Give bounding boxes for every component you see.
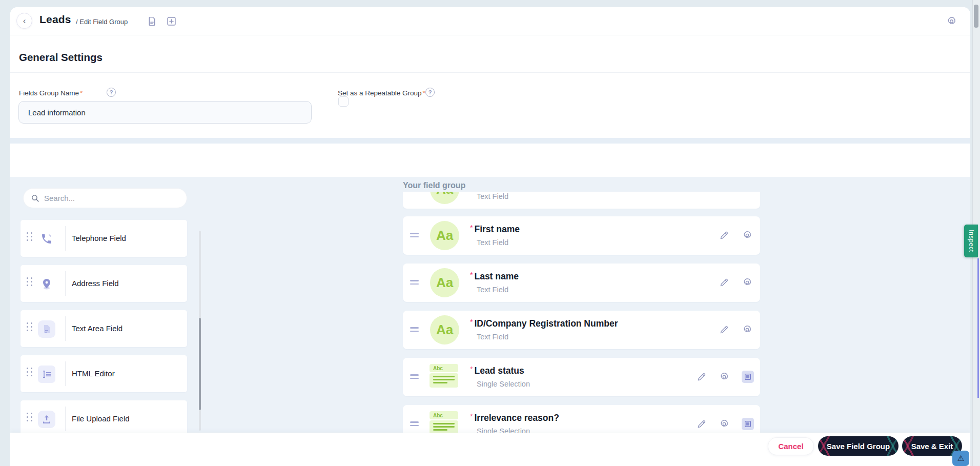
settings-gear-icon[interactable] [719, 419, 729, 429]
repeatable-group-label: Set as a Repeatable Group* [338, 89, 425, 97]
palette-item-label: HTML Editor [72, 369, 115, 378]
divider [65, 407, 66, 431]
text-field-badge: Aa [430, 315, 459, 345]
fields-group-name-input[interactable] [18, 101, 312, 124]
palette-item-file-upload[interactable]: File Upload Field [21, 400, 187, 437]
general-settings-heading: General Settings [19, 51, 103, 64]
inspect-panel-edge [977, 258, 979, 398]
divider [10, 72, 970, 73]
palette-item-address[interactable]: Address Field [21, 265, 187, 302]
header: ‹ Leads / Edit Field Group [10, 7, 970, 35]
accessibility-warning-button[interactable]: ⚠ [952, 451, 969, 466]
document-icon[interactable] [147, 16, 157, 27]
drag-handle-icon[interactable] [27, 232, 32, 241]
single-selection-badge: Abc [430, 364, 458, 391]
field-title: ID/Company Registration Number [474, 318, 618, 329]
text-field-badge: Aa [430, 192, 459, 204]
field-title: First name [474, 224, 520, 234]
edit-pencil-icon[interactable] [697, 419, 707, 429]
settings-gear-icon[interactable] [742, 230, 752, 240]
field-title: Lead status [474, 366, 524, 376]
save-field-group-button[interactable]: Save Field Group [818, 436, 899, 456]
location-pin-icon [37, 274, 56, 294]
required-marker: * [470, 318, 473, 326]
drag-handle-icon[interactable] [27, 322, 32, 331]
field-title: Irrelevance reason? [474, 413, 559, 423]
field-search [23, 188, 187, 208]
options-list-icon[interactable] [742, 418, 754, 430]
telephone-icon [37, 229, 56, 249]
required-marker: * [470, 224, 473, 232]
drag-handle-icon[interactable] [410, 374, 419, 381]
edit-pencil-icon[interactable] [697, 372, 707, 382]
palette-scrollbar-thumb[interactable] [199, 318, 201, 410]
palette-item-textarea[interactable]: Text Area Field [21, 310, 187, 347]
search-icon [31, 194, 39, 202]
footer-bar: Cancel Save Field Group Save & Exit ⚠ [10, 433, 970, 466]
fields-section-bar: Fields [10, 144, 970, 177]
warning-icon: ⚠ [957, 454, 964, 463]
group-rows: Aa Text Field Aa *First name Text Field [403, 192, 760, 433]
fields-group-name-label: Fields Group Name* [19, 89, 83, 97]
text-field-badge: Aa [430, 221, 459, 250]
drag-handle-icon[interactable] [27, 277, 32, 286]
edit-pencil-icon[interactable] [719, 277, 729, 288]
drag-handle-icon[interactable] [27, 368, 32, 376]
divider [65, 271, 66, 296]
file-upload-icon [37, 410, 56, 429]
page-scrollbar-thumb[interactable] [974, 5, 978, 28]
back-button[interactable]: ‹ [16, 13, 32, 29]
required-marker: * [470, 412, 473, 420]
field-type: Single Selection [477, 427, 530, 433]
drag-handle-icon[interactable] [410, 233, 419, 239]
chevron-left-icon: ‹ [23, 16, 26, 26]
palette-item-telephone[interactable]: Telephone Field [21, 220, 187, 257]
cancel-button[interactable]: Cancel [768, 437, 814, 455]
palette-item-label: Telephone Field [72, 234, 126, 242]
field-type: Text Field [477, 192, 508, 200]
palette-item-label: Text Area Field [72, 324, 122, 333]
edit-pencil-icon[interactable] [719, 230, 729, 240]
settings-gear-icon[interactable] [742, 277, 752, 288]
settings-gear-icon[interactable] [719, 372, 729, 382]
plus-square-icon[interactable] [166, 16, 177, 27]
field-row-id-company[interactable]: Aa *ID/Company Registration Number Text … [403, 311, 760, 349]
search-input[interactable] [44, 194, 172, 202]
page: ‹ Leads / Edit Field Group [0, 0, 980, 466]
section-gap [10, 138, 970, 144]
palette-item-label: Address Field [72, 279, 119, 288]
field-row-irrelevance-reason[interactable]: Abc *Irrelevance reason? Single Selectio… [403, 405, 760, 433]
page-title: Leads [39, 13, 71, 26]
group-panel-title: Your field group [403, 181, 465, 190]
field-row-last-name[interactable]: Aa *Last name Text Field [403, 264, 760, 302]
drag-handle-icon[interactable] [410, 280, 419, 287]
drag-handle-icon[interactable] [410, 327, 419, 334]
settings-gear-icon[interactable] [742, 325, 752, 335]
palette-item-html-editor[interactable]: HTML Editor [21, 355, 187, 392]
field-row-partial[interactable]: Aa Text Field [403, 192, 760, 209]
field-type: Text Field [477, 333, 508, 341]
drag-handle-icon[interactable] [27, 413, 32, 421]
html-editor-icon [37, 364, 56, 384]
divider [65, 226, 66, 251]
field-title: Last name [474, 271, 519, 281]
help-icon[interactable]: ? [425, 88, 435, 97]
divider [65, 316, 66, 341]
drag-handle-icon[interactable] [410, 421, 419, 428]
single-selection-badge: Abc [430, 411, 458, 433]
edit-pencil-icon[interactable] [719, 325, 729, 335]
help-icon[interactable]: ? [107, 88, 116, 97]
palette-item-label: File Upload Field [72, 414, 130, 423]
repeatable-group-checkbox[interactable] [338, 96, 349, 107]
text-area-icon [37, 319, 56, 339]
required-marker: * [470, 365, 473, 373]
divider [65, 361, 66, 386]
field-row-lead-status[interactable]: Abc *Lead status Single Selection [403, 358, 760, 396]
field-type: Text Field [477, 238, 508, 247]
field-row-first-name[interactable]: Aa *First name Text Field [403, 216, 760, 255]
field-type: Text Field [477, 286, 508, 294]
inspect-tab[interactable]: Inspect [964, 225, 978, 257]
options-list-icon[interactable] [742, 371, 754, 383]
gear-icon[interactable] [946, 16, 957, 27]
field-type: Single Selection [477, 380, 530, 388]
